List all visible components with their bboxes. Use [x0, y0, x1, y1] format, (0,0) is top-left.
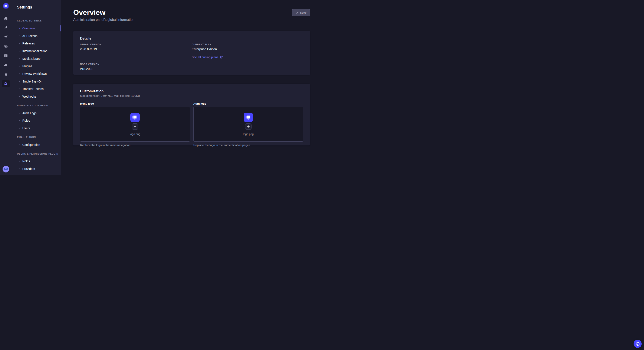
menu-logo-add-button[interactable]: [132, 123, 138, 130]
bullet-icon: [20, 58, 20, 59]
rail-nav: [2, 12, 10, 87]
section-list-global-settings: Overview API Tokens Releases Internation…: [12, 24, 61, 100]
sidebar-title: Settings: [17, 5, 61, 9]
menu-logo-preview: [130, 113, 140, 122]
bullet-icon: [20, 43, 20, 44]
menu-logo-label: Menu logo: [80, 102, 190, 105]
auth-logo-filename: logo.png: [243, 133, 254, 136]
rail-footer: KD: [0, 163, 12, 175]
menu-logo-column: Menu logo logo.png Replace the logo: [80, 102, 190, 147]
strapi-version-field: STRAPI VERSION v5.0.0-rc.19: [80, 43, 192, 51]
settings-sidebar: Settings GLOBAL SETTINGS Overview API To…: [12, 0, 61, 175]
bullet-icon: [20, 88, 20, 89]
home-icon[interactable]: [2, 14, 10, 22]
paper-plane-icon[interactable]: [2, 33, 10, 41]
auth-logo-dropzone[interactable]: logo.png: [193, 107, 303, 142]
strapi-version-label: STRAPI VERSION: [80, 43, 192, 46]
auth-logo-label: Auth logo: [193, 102, 303, 105]
sidebar-item-media-library[interactable]: Media Library: [12, 55, 61, 62]
bullet-icon: [20, 28, 20, 29]
current-plan-label: CURRENT PLAN: [192, 43, 303, 46]
current-plan-value: Enterprise Edition: [192, 47, 303, 51]
section-list-users-permissions-plugin: Roles Providers: [12, 158, 61, 173]
details-card-title: Details: [80, 37, 303, 40]
bullet-icon: [20, 35, 20, 36]
page-header-text: Overview Administration panel’s global i…: [73, 8, 134, 22]
bullet-icon: [20, 144, 20, 145]
section-heading-email-plugin: EMAIL PLUGIN: [17, 136, 61, 138]
section-list-administration-panel: Audit Logs Roles Users: [12, 109, 61, 132]
bullet-icon: [20, 113, 20, 114]
media-pictures-icon[interactable]: [2, 42, 10, 50]
auth-logo-add-button[interactable]: [245, 123, 252, 130]
plus-icon: [247, 125, 250, 128]
bullet-icon: [20, 51, 20, 51]
layout-card-icon[interactable]: [2, 52, 10, 59]
sidebar-item-plugins[interactable]: Plugins: [12, 62, 61, 70]
sidebar-item-up-providers[interactable]: Providers: [12, 165, 61, 173]
bullet-icon: [20, 161, 20, 162]
sidebar-item-up-roles[interactable]: Roles: [12, 158, 61, 165]
section-heading-administration-panel: ADMINISTRATION PANEL: [17, 104, 61, 107]
sidebar-item-webhooks[interactable]: Webhooks: [12, 93, 61, 100]
customization-constraints: Max dimension: 750×750, Max file size: 1…: [80, 94, 303, 97]
bullet-icon: [20, 66, 20, 67]
strapi-logo-icon: [244, 113, 253, 122]
bullet-icon: [20, 96, 20, 97]
customization-card-title: Customization: [80, 89, 303, 93]
settings-gear-icon[interactable]: [2, 80, 10, 87]
node-version-label: NODE VERSION: [80, 63, 192, 65]
feather-icon[interactable]: [2, 24, 10, 31]
sidebar-item-admin-roles[interactable]: Roles: [12, 117, 61, 125]
workspace-logo-section: [0, 0, 12, 12]
sidebar-item-email-configuration[interactable]: Configuration: [12, 141, 61, 149]
sidebar-item-releases[interactable]: Releases: [12, 39, 61, 47]
details-grid: STRAPI VERSION v5.0.0-rc.19 NODE VERSION…: [80, 43, 303, 71]
user-avatar[interactable]: KD: [2, 166, 9, 173]
logo-upload-row: Menu logo logo.png Replace the logo: [80, 102, 303, 147]
sidebar-item-transfer-tokens[interactable]: Transfer Tokens: [12, 85, 61, 93]
section-list-email-plugin: Configuration: [12, 141, 61, 149]
pricing-plans-link[interactable]: See all pricing plans: [192, 55, 223, 59]
sidebar-item-review-workflows[interactable]: Review Workflows: [12, 70, 61, 78]
current-plan-field: CURRENT PLAN Enterprise Edition: [192, 43, 303, 51]
auth-logo-preview: [244, 113, 253, 122]
node-version-value: v18.20.3: [80, 67, 192, 71]
sidebar-title-rule: [17, 13, 22, 13]
bullet-icon: [20, 169, 20, 169]
bullet-icon: [20, 128, 20, 129]
details-card: Details STRAPI VERSION v5.0.0-rc.19 NODE…: [73, 31, 310, 75]
details-right-column: CURRENT PLAN Enterprise Edition See all …: [192, 43, 303, 71]
menu-logo-dropzone[interactable]: logo.png: [80, 107, 190, 142]
auth-logo-hint: Replace the logo in the authentication p…: [193, 144, 303, 147]
check-icon: [296, 11, 298, 14]
auth-logo-column: Auth logo logo.png Replace the logo: [193, 102, 303, 147]
plus-icon: [134, 125, 136, 128]
main-content: Overview Administration panel’s global i…: [61, 0, 322, 175]
sidebar-item-internationalization[interactable]: Internationalization: [12, 47, 61, 55]
details-left-column: STRAPI VERSION v5.0.0-rc.19 NODE VERSION…: [80, 43, 192, 71]
external-link-icon: [220, 56, 223, 59]
sidebar-item-admin-users[interactable]: Users: [12, 124, 61, 132]
page-subtitle: Administration panel’s global informatio…: [73, 18, 134, 22]
sidebar-item-single-sign-on[interactable]: Single Sign-On: [12, 78, 61, 85]
strapi-logo-icon[interactable]: [4, 3, 8, 8]
cloud-icon[interactable]: [2, 61, 10, 69]
section-heading-global-settings: GLOBAL SETTINGS: [17, 19, 61, 22]
sidebar-item-audit-logs[interactable]: Audit Logs: [12, 109, 61, 117]
page-title: Overview: [73, 8, 134, 16]
node-version-field: NODE VERSION v18.20.3: [80, 63, 192, 71]
sidebar-item-overview[interactable]: Overview: [12, 24, 61, 32]
menu-logo-filename: logo.png: [130, 133, 140, 136]
cart-icon[interactable]: [2, 70, 10, 78]
bullet-icon: [20, 120, 20, 121]
menu-logo-hint: Replace the logo in the main navigation: [80, 144, 190, 147]
save-button[interactable]: Save: [292, 9, 310, 16]
section-heading-users-permissions-plugin: USERS & PERMISSIONS PLUGIN: [17, 153, 61, 155]
bullet-icon: [20, 81, 20, 82]
sidebar-item-api-tokens[interactable]: API Tokens: [12, 32, 61, 40]
bullet-icon: [20, 73, 20, 74]
main-nav-rail: KD: [0, 0, 12, 175]
strapi-logo-icon: [130, 113, 140, 122]
customization-card: Customization Max dimension: 750×750, Ma…: [73, 84, 310, 146]
